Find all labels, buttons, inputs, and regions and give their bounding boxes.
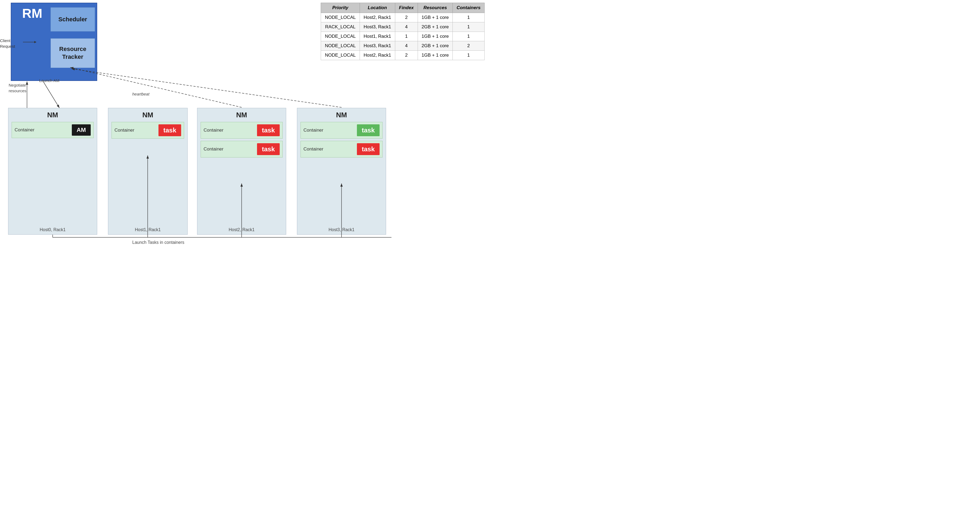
launch-tasks-label: Launch Tasks in containers [132, 240, 185, 245]
container-host3-1: Container task [301, 122, 383, 139]
col-findex: Findex [395, 3, 418, 13]
table-cell: 2 [453, 41, 485, 51]
container-host2-1: Container task [200, 122, 283, 139]
task-host2-2: task [257, 143, 280, 155]
table-cell: 1 [453, 32, 485, 41]
table-row: NODE_LOCALHost2, Rack121GB + 1 core1 [321, 51, 485, 60]
table-cell: 1GB + 1 core [418, 13, 453, 22]
nm1-label: NM [108, 108, 187, 119]
nm3-host: Host3, Rack1 [297, 227, 386, 232]
rm-label: RM [22, 6, 42, 21]
nm1-host: Host1, Rack1 [108, 227, 187, 232]
svg-line-5 [72, 69, 342, 107]
table-cell: 1GB + 1 core [418, 51, 453, 60]
heartbeat-label: heartbeat [132, 92, 149, 96]
nm3-label: NM [297, 108, 386, 119]
col-resources: Resources [418, 3, 453, 13]
task-host1-1: task [159, 124, 181, 136]
table-cell: Host2, Rack1 [360, 51, 395, 60]
col-priority: Priority [321, 3, 360, 13]
task-host3-1: task [357, 124, 380, 136]
scheduler-label: Scheduler [58, 16, 87, 23]
client-request: Client Request [0, 38, 15, 49]
nm-host0: NM Container AM Host0, Rack1 [8, 108, 97, 235]
table-cell: 1 [453, 13, 485, 22]
table-cell: Host1, Rack1 [360, 32, 395, 41]
col-containers: Containers [453, 3, 485, 13]
col-location: Location [360, 3, 395, 13]
table-cell: 2GB + 1 core [418, 22, 453, 32]
task-host3-2: task [357, 143, 380, 155]
diagram: RM Scheduler ResourceTracker Client Requ… [0, 0, 490, 262]
table-cell: Host3, Rack1 [360, 41, 395, 51]
resource-tracker-block: ResourceTracker [51, 38, 95, 68]
negotiate-label: Negotiateresources [9, 82, 27, 94]
table-cell: 2GB + 1 core [418, 41, 453, 51]
table-cell: 1 [453, 51, 485, 60]
table-cell: 4 [395, 22, 418, 32]
table-row: NODE_LOCALHost1, Rack111GB + 1 core1 [321, 32, 485, 41]
table-cell: NODE_LOCAL [321, 41, 360, 51]
am-box: AM [72, 124, 91, 136]
nm-host3: NM Container task Container task Host3, … [297, 108, 386, 235]
table-cell: Host3, Rack1 [360, 22, 395, 32]
container-host1-1: Container task [111, 122, 184, 139]
table-cell: 2 [395, 51, 418, 60]
resource-tracker-label: ResourceTracker [59, 45, 86, 61]
table-cell: 1 [453, 22, 485, 32]
table-row: RACK_LOCALHost3, Rack142GB + 1 core1 [321, 22, 485, 32]
nm2-host: Host2, Rack1 [197, 227, 286, 232]
table-row: NODE_LOCALHost2, Rack121GB + 1 core1 [321, 13, 485, 22]
container-host3-2: Container task [301, 141, 383, 157]
nm-host2: NM Container task Container task Host2, … [197, 108, 286, 235]
container-host0-1: Container AM [12, 122, 94, 138]
table-cell: RACK_LOCAL [321, 22, 360, 32]
table-row: NODE_LOCALHost3, Rack142GB + 1 core2 [321, 41, 485, 51]
nm-host1: NM Container task Host1, Rack1 [108, 108, 188, 235]
svg-marker-1 [34, 41, 37, 43]
table-cell: NODE_LOCAL [321, 13, 360, 22]
nm0-host: Host0, Rack1 [8, 227, 97, 232]
task-host2-1: task [257, 124, 280, 136]
table-cell: NODE_LOCAL [321, 51, 360, 60]
table-cell: 1GB + 1 core [418, 32, 453, 41]
launch-am-label: Launch AM [39, 78, 59, 83]
table-cell: 4 [395, 41, 418, 51]
nm2-label: NM [197, 108, 286, 119]
client-arrow [23, 40, 37, 44]
table-cell: Host2, Rack1 [360, 13, 395, 22]
nm0-label: NM [8, 108, 97, 119]
svg-line-3 [43, 81, 59, 108]
table-cell: 1 [395, 32, 418, 41]
container-host2-2: Container task [200, 141, 283, 157]
table-cell: 2 [395, 13, 418, 22]
data-table: Priority Location Findex Resources Conta… [321, 3, 485, 60]
scheduler-block: Scheduler [51, 7, 95, 32]
table-cell: NODE_LOCAL [321, 32, 360, 41]
